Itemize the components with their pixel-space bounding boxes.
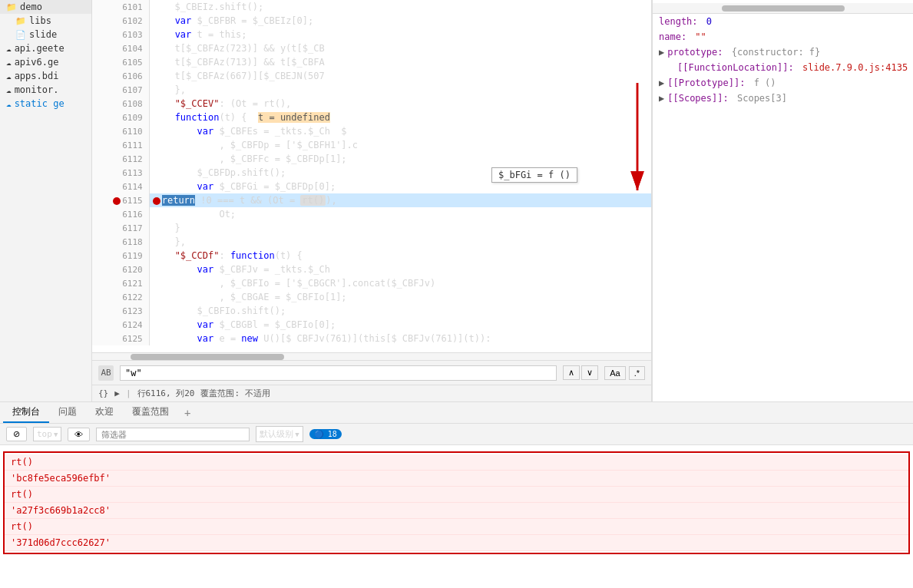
console-area: ⊘ top ▼ 👁 默认级别 ▼ 🔵 18 rt()'bc8fe5eca596e… — [0, 423, 913, 588]
inspector-val-0: 0 — [706, 15, 712, 28]
code-line-6108[interactable]: 6108 "$_CCEV": (Ot = rt(), — [92, 97, 651, 111]
code-line-6119[interactable]: 6119 "$_CCDf": function(t) { — [92, 249, 651, 263]
tab-welcome[interactable]: 欢迎 — [86, 402, 123, 423]
inspector-val-2: {constructor: f} — [732, 45, 821, 59]
console-line-2: rt() — [5, 487, 908, 503]
sidebar-item-apiv6[interactable]: ☁apiv6.ge — [0, 55, 91, 69]
sidebar-item-static-ge[interactable]: ☁static ge — [0, 97, 91, 111]
search-format-icon[interactable]: AB — [98, 365, 114, 381]
expand-icon-4[interactable]: ▶ — [659, 76, 664, 90]
code-line-6122[interactable]: 6122 , $_CBGAE = $_CBFIo[1]; — [92, 290, 651, 304]
console-line-3: 'a27f3c669b1a2cc8' — [5, 503, 908, 519]
sidebar-item-demo[interactable]: 📁demo — [0, 0, 91, 14]
code-hscroll[interactable] — [92, 352, 651, 360]
slide-icon: 📄 — [15, 30, 26, 40]
log-level-select[interactable]: 默认级别 ▼ — [256, 426, 303, 442]
inspector-hscroll[interactable] — [653, 3, 913, 14]
code-line-6101[interactable]: 6101 $_CBEIz.shift(); — [92, 0, 651, 14]
sidebar-item-libs[interactable]: 📁libs — [0, 14, 91, 28]
code-line-6105[interactable]: 6105 t[$_CBFAz(713)] && t[$_CBFA — [92, 55, 651, 69]
inspector-val-1: "" — [695, 30, 706, 44]
cursor-position: 行6116, 列20 — [137, 388, 195, 399]
code-line-6125[interactable]: 6125 var e = new U()[$ CBFJv(761)](this[… — [92, 332, 651, 345]
code-line-6111[interactable]: 6111 , $_CBFDp = ['$_CBFH1'].c — [92, 138, 651, 152]
top-area: 📁demo📁libs📄slide☁api.geete☁apiv6.ge☁apps… — [0, 0, 913, 401]
top-context-select[interactable]: top ▼ — [33, 427, 61, 441]
tab-problems[interactable]: 问题 — [49, 402, 86, 423]
demo-label: demo — [20, 2, 42, 12]
code-line-6107[interactable]: 6107 }, — [92, 83, 651, 97]
search-up-btn[interactable]: ∧ — [563, 365, 580, 380]
sidebar-item-monitor[interactable]: ☁monitor. — [0, 83, 91, 97]
line-num-6109: 6109 — [92, 111, 149, 124]
console-text-5: '371d06d7ccc62627' — [11, 536, 111, 550]
inspector-row-0: length: 0 — [653, 14, 913, 29]
breakpoint-dot — [113, 197, 121, 205]
expand-icon-5[interactable]: ▶ — [659, 91, 664, 105]
code-content-6101: $_CBEIz.shift(); — [149, 0, 651, 14]
code-line-6117[interactable]: 6117 } — [92, 221, 651, 235]
code-line-6102[interactable]: 6102 var $_CBFBR = $_CBEIz[0]; — [92, 14, 651, 28]
regex-btn[interactable]: .* — [629, 366, 645, 380]
sidebar-item-slide[interactable]: 📄slide — [0, 28, 91, 41]
tab-console[interactable]: 控制台 — [3, 402, 49, 423]
api-geete-icon: ☁ — [6, 44, 12, 54]
inspector-val-4: f () — [754, 76, 776, 90]
console-badge: 🔵 18 — [309, 429, 342, 439]
line-num-6101: 6101 — [92, 0, 149, 14]
sidebar-item-api-geete[interactable]: ☁api.geete — [0, 41, 91, 55]
expand-icon-2[interactable]: ▶ — [659, 45, 664, 59]
code-line-6124[interactable]: 6124 var $_CBGBl = $_CBFIo[0]; — [92, 318, 651, 332]
code-line-6118[interactable]: 6118 }, — [92, 235, 651, 249]
console-clear-btn[interactable]: ⊘ — [6, 427, 27, 441]
code-line-6115[interactable]: 6115return !0 === t && (Ot = rt()), — [92, 193, 651, 207]
inspector-key-3: [[FunctionLocation]]: — [677, 61, 794, 74]
code-line-6103[interactable]: 6103 var t = this; — [92, 28, 651, 41]
console-eye-btn[interactable]: 👁 — [68, 428, 90, 441]
code-line-6110[interactable]: 6110 var $_CBFEs = _tkts.$_Ch $ — [92, 124, 651, 138]
code-content-6104: t[$_CBFAz(723)] && y(t[$_CB — [149, 41, 651, 55]
line-num-6115: 6115 — [92, 193, 149, 207]
match-case-btn[interactable]: Aa — [604, 366, 625, 380]
code-content-6111: , $_CBFDp = ['$_CBFH1'].c — [149, 138, 651, 152]
static-ge-icon: ☁ — [6, 99, 12, 109]
line-num-6118: 6118 — [92, 235, 149, 249]
static-ge-label: static ge — [15, 98, 65, 109]
code-line-6120[interactable]: 6120 var $_CBFJv = _tkts.$_Ch — [92, 263, 651, 276]
search-options: Aa .* — [604, 366, 645, 380]
inspector-val-5: Scopes[3] — [737, 91, 787, 105]
libs-label: libs — [29, 15, 51, 26]
inspector-key-4: [[Prototype]]: — [667, 76, 745, 90]
line-num-6122: 6122 — [92, 290, 149, 304]
code-line-6116[interactable]: 6116 Ot; — [92, 207, 651, 221]
hscroll-thumb[interactable] — [131, 354, 284, 360]
code-line-6106[interactable]: 6106 t[$_CBFAz(667)][$_CBEJN(507 — [92, 69, 651, 83]
status-bar: {} ▶ | 行6116, 列20 覆盖范围: 不适用 — [92, 385, 651, 401]
line-num-6110: 6110 — [92, 124, 149, 138]
tab-coverage[interactable]: 覆盖范围 — [123, 402, 178, 423]
code-content-6125: var e = new U()[$ CBFJv(761)](this[$ CBF… — [149, 332, 651, 345]
inspector-panel: length: 0name: ""▶prototype: {constructo… — [652, 0, 913, 401]
console-text-1: 'bc8fe5eca596efbf' — [11, 471, 111, 485]
monitor-icon: ☁ — [6, 85, 12, 95]
code-content-6123: $_CBFIo.shift(); — [149, 304, 651, 318]
code-line-6112[interactable]: 6112 , $_CBFFc = $_CBFDp[1]; — [92, 152, 651, 166]
console-highlighted-box: rt()'bc8fe5eca596efbf'rt()'a27f3c669b1a2… — [3, 451, 910, 554]
console-content[interactable]: rt()'bc8fe5eca596efbf'rt()'a27f3c669b1a2… — [0, 445, 913, 588]
code-line-6123[interactable]: 6123 $_CBFIo.shift(); — [92, 304, 651, 318]
console-line-1: 'bc8fe5eca596efbf' — [5, 471, 908, 487]
code-content-6117: } — [149, 221, 651, 235]
console-filter-input[interactable] — [96, 428, 250, 441]
code-line-6121[interactable]: 6121 , $_CBFIo = ['$_CBGCR'].concat($_CB… — [92, 276, 651, 290]
add-tab-btn[interactable]: + — [178, 404, 197, 422]
code-content-6105: t[$_CBFAz(713)] && t[$_CBFA — [149, 55, 651, 69]
coverage-status: 覆盖范围: 不适用 — [200, 388, 270, 399]
apps-bdi-icon: ☁ — [6, 71, 12, 81]
inspector-row-2: ▶prototype: {constructor: f} — [653, 45, 913, 60]
code-line-6109[interactable]: 6109 function(t) { t = undefined — [92, 111, 651, 124]
search-input[interactable] — [120, 365, 557, 381]
inspector-key-2: prototype: — [667, 45, 723, 59]
search-down-btn[interactable]: ∨ — [581, 365, 598, 380]
sidebar-item-apps-bdi[interactable]: ☁apps.bdi — [0, 69, 91, 83]
code-line-6104[interactable]: 6104 t[$_CBFAz(723)] && y(t[$_CB — [92, 41, 651, 55]
